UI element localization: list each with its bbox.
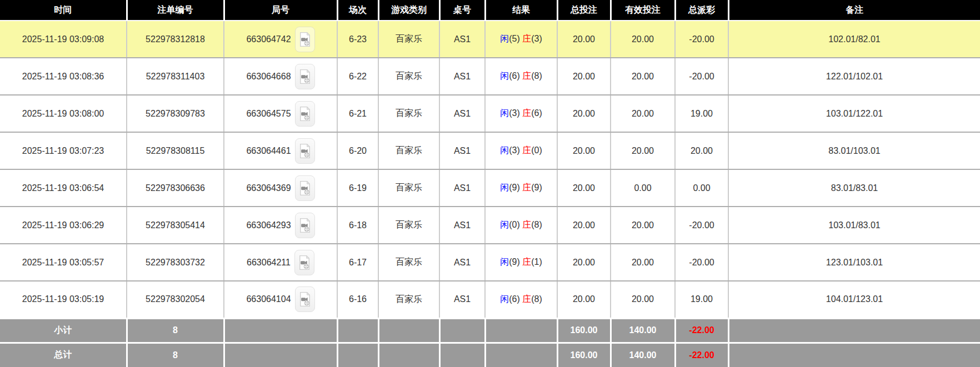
order-number-cell: 522978306636 (127, 169, 224, 207)
video-replay-button[interactable] (295, 27, 315, 52)
table-number-cell: AS1 (439, 244, 485, 281)
player-result-label: 闲 (500, 183, 509, 192)
game-type-cell: 百家乐 (378, 58, 439, 95)
grandtotal-valid-bet: 140.00 (611, 343, 675, 367)
game-type-cell: 百家乐 (378, 95, 439, 132)
banker-result-value: (8) (531, 294, 542, 304)
round-number: 663064104 (246, 294, 291, 304)
game-type-cell: 百家乐 (378, 21, 439, 58)
round-number: 663064211 (247, 258, 291, 268)
result-cell: 闲(5) 庄(3) (485, 21, 557, 58)
round-number-cell: 663064742 (224, 21, 337, 58)
remark-cell: 103.01/122.01 (728, 95, 980, 132)
player-result-label: 闲 (500, 34, 509, 43)
game-type-cell: 百家乐 (378, 281, 439, 318)
header-result: 结果 (485, 0, 557, 21)
round-number-cell: 663064293 (224, 207, 337, 244)
banker-result-value: (0) (531, 145, 542, 155)
table-body: 2025-11-19 03:09:08522978312818663064742… (0, 21, 980, 318)
total-bet-cell: 20.00 (557, 207, 611, 244)
empty-cell (224, 343, 337, 367)
subtotal-count: 8 (127, 318, 224, 343)
banker-result-value: (3) (531, 34, 542, 43)
remark-cell: 83.01/83.01 (728, 169, 980, 207)
result-cell: 闲(9) 庄(1) (485, 244, 557, 281)
banker-result-label: 庄 (522, 183, 531, 192)
header-remark: 备注 (728, 0, 980, 21)
result-cell: 闲(6) 庄(8) (485, 58, 557, 95)
total-payout-cell: 20.00 (675, 132, 728, 169)
round-number: 663064668 (246, 72, 291, 82)
empty-cell (485, 318, 557, 343)
time-cell: 2025-11-19 03:09:08 (0, 21, 127, 58)
table-row: 2025-11-19 03:06:54522978306636663064369… (0, 169, 980, 207)
video-replay-button[interactable] (295, 175, 315, 201)
round-number-cell: 663064369 (224, 169, 337, 207)
valid-bet-cell: 20.00 (611, 58, 675, 95)
video-replay-icon (299, 32, 311, 47)
table-row: 2025-11-19 03:08:00522978309783663064575… (0, 95, 980, 132)
valid-bet-cell: 20.00 (611, 132, 675, 169)
video-replay-icon (298, 255, 311, 270)
subtotal-label: 小计 (0, 318, 127, 343)
total-payout-cell: -20.00 (675, 21, 728, 58)
video-replay-button[interactable] (295, 64, 315, 89)
round-number: 663064293 (246, 220, 291, 230)
order-number-cell: 522978308115 (127, 132, 224, 169)
grandtotal-total-payout: -22.00 (675, 343, 728, 367)
grandtotal-total-bet: 160.00 (557, 343, 611, 367)
game-type-cell: 百家乐 (378, 244, 439, 281)
total-bet-cell: 20.00 (557, 95, 611, 132)
empty-cell (728, 343, 980, 367)
game-type-cell: 百家乐 (378, 132, 439, 169)
result-cell: 闲(3) 庄(0) (485, 132, 557, 169)
table-header: 时间 注单编号 局号 场次 游戏类别 桌号 结果 总投注 有效投注 总派彩 备注 (0, 0, 980, 21)
total-bet-cell: 20.00 (557, 132, 611, 169)
table-number-cell: AS1 (439, 95, 485, 132)
video-replay-icon (299, 106, 311, 122)
empty-cell (378, 318, 439, 343)
banker-result-label: 庄 (522, 257, 531, 267)
subtotal-total-payout: -22.00 (675, 318, 728, 343)
banker-result-value: (9) (531, 183, 542, 192)
table-number-cell: AS1 (439, 207, 485, 244)
video-replay-button[interactable] (295, 213, 315, 238)
video-replay-icon (299, 291, 311, 307)
round-number: 663064461 (246, 146, 291, 156)
time-cell: 2025-11-19 03:06:29 (0, 207, 127, 244)
remark-cell: 104.01/123.01 (728, 281, 980, 318)
grandtotal-count: 8 (127, 343, 224, 367)
round-number-cell: 663064461 (224, 132, 337, 169)
player-result-label: 闲 (500, 294, 509, 304)
valid-bet-cell: 20.00 (611, 207, 675, 244)
table-row: 2025-11-19 03:06:29522978305414663064293… (0, 207, 980, 244)
remark-cell: 103.01/83.01 (728, 207, 980, 244)
order-number-cell: 522978309783 (127, 95, 224, 132)
total-payout-cell: -20.00 (675, 58, 728, 95)
table-row: 2025-11-19 03:05:19522978302054663064104… (0, 281, 980, 318)
valid-bet-cell: 20.00 (611, 281, 675, 318)
player-result-value: (3) (509, 108, 522, 118)
video-replay-button[interactable] (294, 250, 314, 275)
video-replay-button[interactable] (295, 101, 315, 127)
total-bet-cell: 20.00 (557, 21, 611, 58)
video-replay-button[interactable] (295, 138, 315, 164)
empty-cell (378, 343, 439, 367)
banker-result-label: 庄 (522, 145, 531, 155)
player-result-value: (6) (509, 71, 522, 81)
banker-result-label: 庄 (522, 108, 531, 118)
table-row: 2025-11-19 03:07:23522978308115663064461… (0, 132, 980, 169)
time-cell: 2025-11-19 03:05:57 (0, 244, 127, 281)
video-replay-button[interactable] (295, 286, 315, 312)
result-cell: 闲(9) 庄(9) (485, 169, 557, 207)
valid-bet-cell: 20.00 (611, 95, 675, 132)
player-result-value: (9) (509, 183, 522, 192)
remark-cell: 83.01/103.01 (728, 132, 980, 169)
header-session: 场次 (337, 0, 378, 21)
round-number-cell: 663064211 (224, 244, 337, 281)
header-valid-bet: 有效投注 (611, 0, 675, 21)
table-number-cell: AS1 (439, 169, 485, 207)
session-cell: 6-20 (337, 132, 378, 169)
player-result-value: (6) (509, 294, 522, 304)
header-total-payout: 总派彩 (675, 0, 728, 21)
